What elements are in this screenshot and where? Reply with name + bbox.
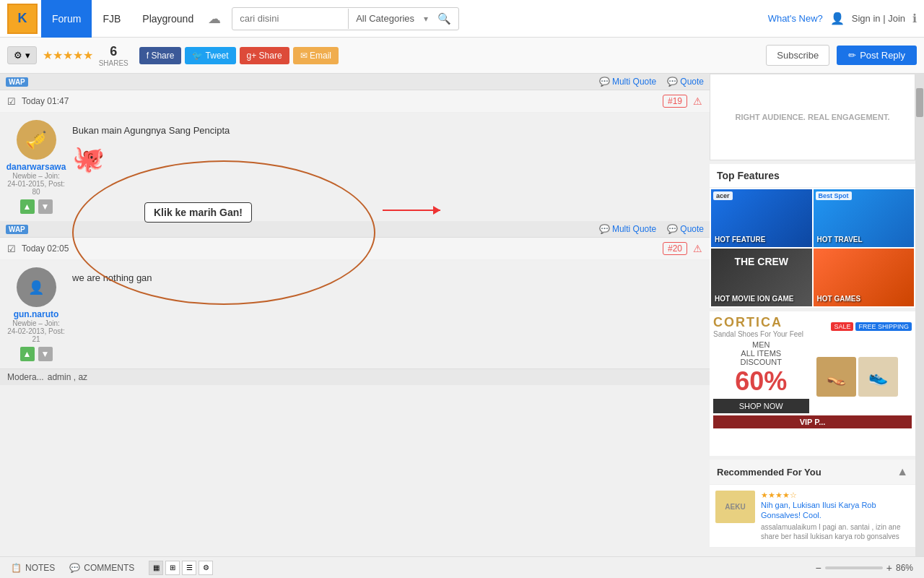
sandal-img-1: 👡 xyxy=(816,357,856,397)
zoom-slider[interactable] xyxy=(825,566,883,569)
moderator-admin: admin , az xyxy=(48,372,87,382)
feature-item-hot-games[interactable]: HOT GAMES xyxy=(814,249,915,306)
post-20-username[interactable]: gun.naruto xyxy=(14,309,59,319)
post-19-user-meta: Newbie – Join: 24-01-2015, Post: 80 xyxy=(7,172,65,196)
post-20-text: we are nothing gan xyxy=(72,271,702,285)
help-icon[interactable]: ℹ xyxy=(912,12,917,25)
nav-forum[interactable]: Forum xyxy=(41,0,92,38)
chat-icon-2: 💬 xyxy=(667,224,678,234)
grid-btn-2[interactable]: ⊞ xyxy=(165,561,180,575)
notes-item[interactable]: 📋 NOTES xyxy=(11,563,55,573)
gear-button[interactable]: ⚙ ▾ xyxy=(7,46,37,64)
shop-now-button[interactable]: SHOP NOW xyxy=(713,399,809,413)
vip-bar: VIP P... xyxy=(713,415,912,428)
post-19-content: Bukan main Agungnya Sang Pencipta 🐙 xyxy=(72,120,702,214)
quote-button-1[interactable]: 💬 Quote xyxy=(667,77,704,87)
post-19-num[interactable]: #19 xyxy=(663,95,687,108)
vote-down-20[interactable]: ▼ xyxy=(38,347,53,361)
avatar-19: 🎺 xyxy=(17,120,56,160)
grid-btn-1[interactable]: ▦ xyxy=(149,561,163,575)
rec-stars-1: ★★★★☆ xyxy=(761,491,910,500)
vote-up-20[interactable]: ▲ xyxy=(20,347,35,361)
annotation-container: WAP 💬 Multi Quote 💬 Quote ☑ Today 01: xyxy=(0,74,710,221)
cortica-brand: CORTICA xyxy=(713,315,803,330)
search-bar: All Categories ▾ 🔍 xyxy=(232,7,459,30)
cortica-men: MEN xyxy=(713,340,809,349)
shares-count: 6 xyxy=(110,44,117,59)
wap-bar-2: WAP 💬 Multi Quote 💬 Quote xyxy=(0,221,710,238)
top-features-panel: Top Features acer HOT FEATURE Best Spot … xyxy=(710,164,915,308)
scroll-thumb[interactable] xyxy=(916,88,923,117)
sidebar: RIGHT AUDIENCE. REAL ENGAGEMENT. Top Fea… xyxy=(710,74,915,556)
rec-content-1: ★★★★☆ Nih gan, Lukisan Ilusi Karya Rob G… xyxy=(761,491,910,541)
quote-icon: 💬 xyxy=(599,77,610,87)
header-right: What's New? 👤 Sign in | Join ℹ xyxy=(768,12,917,25)
rec-thumbnail-1: AEKU xyxy=(715,491,755,523)
toolbar-right: Subscribe ✏ Post Reply xyxy=(766,45,917,66)
vote-up-19[interactable]: ▲ xyxy=(20,199,35,214)
user-icon: 👤 xyxy=(830,12,845,25)
post-20-vote: ▲ ▼ xyxy=(20,347,53,361)
feature-label-3: HOT MOVIE ION GAME xyxy=(715,295,793,303)
feature-item-hot-feature[interactable]: acer HOT FEATURE xyxy=(711,189,812,247)
share-googleplus-button[interactable]: g+ Share xyxy=(240,47,289,64)
quote-button-2[interactable]: 💬 Quote xyxy=(667,224,704,234)
nav-playground[interactable]: Playground xyxy=(131,0,204,38)
logo-button[interactable]: K xyxy=(7,4,38,34)
comments-item[interactable]: 💬 COMMENTS xyxy=(69,563,134,573)
grid-btn-3[interactable]: ☰ xyxy=(182,561,196,575)
bottom-bar: 📋 NOTES 💬 COMMENTS ▦ ⊞ ☰ ⚙ − + 86% xyxy=(0,556,924,578)
right-scrollbar[interactable] xyxy=(915,74,924,556)
post-19-header-left: ☑ Today 01:47 xyxy=(7,96,69,107)
report-icon-19[interactable]: ⚠ xyxy=(693,95,702,107)
multi-quote-button-1[interactable]: 💬 Multi Quote xyxy=(599,77,656,87)
rec-desc-1: assalamualaikum I pagi an. santai , izin… xyxy=(761,522,910,541)
sale-badge: SALE xyxy=(831,322,853,331)
post-20-content: we are nothing gan xyxy=(72,267,702,361)
rating-stars: ★★★★★ xyxy=(43,48,93,62)
whats-new-link[interactable]: What's New? xyxy=(768,13,823,24)
report-icon-20[interactable]: ⚠ xyxy=(693,243,702,254)
share-facebook-button[interactable]: f Share xyxy=(139,47,182,64)
vote-down-19[interactable]: ▼ xyxy=(38,199,53,214)
main-layout: WAP 💬 Multi Quote 💬 Quote ☑ Today 01: xyxy=(0,74,924,556)
zoom-level: 86% xyxy=(896,563,913,573)
search-category[interactable]: All Categories xyxy=(349,9,422,28)
post-19-username[interactable]: danarwarsawa xyxy=(6,162,66,172)
sign-in-link[interactable]: Sign in | Join xyxy=(852,13,905,24)
zoom-out-button[interactable]: − xyxy=(816,562,821,574)
sidebar-ad-top: RIGHT AUDIENCE. REAL ENGAGEMENT. xyxy=(710,74,915,160)
share-email-button[interactable]: ✉ Email xyxy=(293,47,339,64)
recommended-item-1[interactable]: AEKU ★★★★☆ Nih gan, Lukisan Ilusi Karya … xyxy=(710,485,915,548)
cortica-discount: DISCOUNT xyxy=(713,358,809,366)
cortica-sub: Sandal Shoes For Your Feel xyxy=(713,330,803,338)
share-twitter-button[interactable]: 🐦 Tweet xyxy=(185,47,235,64)
post-reply-button[interactable]: ✏ Post Reply xyxy=(837,46,917,65)
subscribe-button[interactable]: Subscribe xyxy=(766,45,829,66)
post-20-body: 👤 gun.naruto Newbie – Join: 24-02-2013, … xyxy=(0,260,710,368)
avatar-20: 👤 xyxy=(17,267,56,307)
feature-label-4: HOT GAMES xyxy=(817,295,861,303)
post-20-num[interactable]: #20 xyxy=(663,242,687,255)
zoom-in-button[interactable]: + xyxy=(886,562,892,574)
feature-item-hot-travel[interactable]: Best Spot HOT TRAVEL xyxy=(814,189,915,247)
search-button[interactable]: 🔍 xyxy=(430,8,458,30)
moderator-label: Modera... xyxy=(7,372,44,382)
post-19-body: 🎺 danarwarsawa Newbie – Join: 24-01-2015… xyxy=(0,113,710,221)
wap-badge-2: WAP xyxy=(6,225,28,234)
nav-fjb[interactable]: FJB xyxy=(92,0,131,38)
grid-btn-4[interactable]: ⚙ xyxy=(199,561,213,575)
post-19-emoji: 🐙 xyxy=(72,144,702,174)
check-icon-20: ☑ xyxy=(7,243,16,254)
post-19-header: ☑ Today 01:47 #19 ⚠ xyxy=(0,90,710,113)
recommended-close-button[interactable]: ▲ xyxy=(897,465,908,478)
check-icon: ☑ xyxy=(7,96,16,107)
search-input[interactable] xyxy=(232,9,348,28)
multi-quote-button-2[interactable]: 💬 Multi Quote xyxy=(599,224,656,234)
cortica-percent: 60% xyxy=(713,366,809,397)
feature-item-hot-movie[interactable]: THE CREW HOT MOVIE ION GAME xyxy=(711,249,812,306)
chevron-down-icon: ▾ xyxy=(422,14,430,24)
acer-badge: acer xyxy=(713,191,733,200)
content-area: WAP 💬 Multi Quote 💬 Quote ☑ Today 01: xyxy=(0,74,710,556)
notes-label: NOTES xyxy=(25,563,55,573)
